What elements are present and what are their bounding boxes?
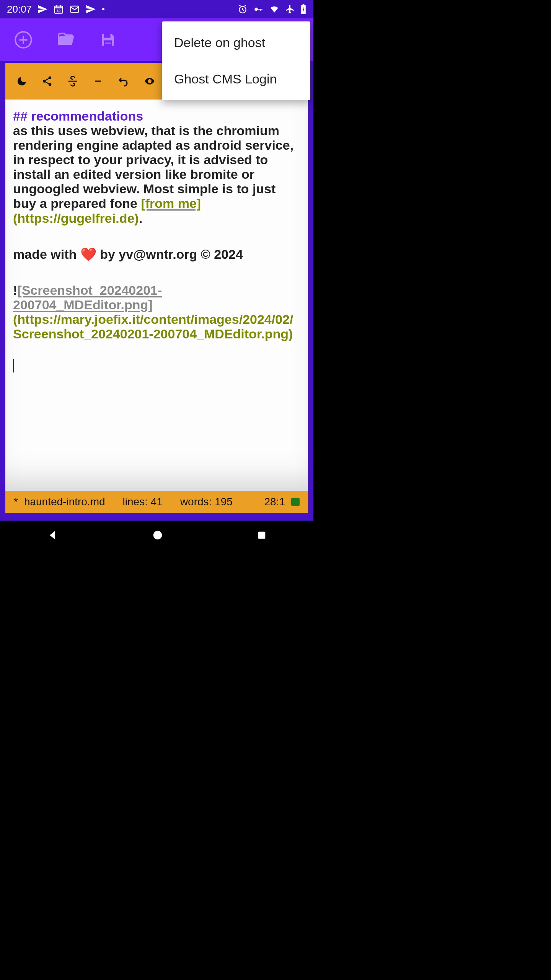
back-icon[interactable] bbox=[47, 529, 59, 543]
editor-container: ## recommendations as this uses webview,… bbox=[0, 61, 313, 521]
svg-rect-7 bbox=[303, 4, 305, 5]
vpn-key-icon bbox=[253, 4, 264, 14]
heading-text: ## recommendations bbox=[13, 109, 143, 123]
text-cursor bbox=[13, 359, 14, 372]
undo-icon[interactable] bbox=[117, 75, 129, 87]
send-icon-2 bbox=[85, 4, 96, 15]
svg-rect-9 bbox=[104, 34, 110, 38]
svg-point-14 bbox=[49, 77, 52, 80]
cursor-position: 28:1 bbox=[264, 496, 285, 508]
body-text-end: . bbox=[139, 211, 142, 225]
signature-text: made with ❤️ by yv@wntr.org © 2024 bbox=[13, 247, 243, 261]
menu-item-ghost-cms-login[interactable]: Ghost CMS Login bbox=[162, 61, 310, 97]
moon-icon[interactable] bbox=[16, 75, 28, 87]
airplane-icon bbox=[285, 4, 295, 14]
mail-icon bbox=[69, 4, 80, 15]
image-bang: ! bbox=[13, 283, 17, 297]
menu-item-label: Delete on ghost bbox=[174, 35, 265, 50]
status-indicator-icon bbox=[291, 498, 300, 506]
menu-item-delete-on-ghost[interactable]: Delete on ghost bbox=[162, 24, 310, 61]
link-label: [from me] bbox=[141, 196, 201, 211]
android-nav-bar bbox=[0, 521, 313, 551]
svg-point-3 bbox=[102, 8, 104, 10]
status-time: 20:07 bbox=[7, 3, 32, 15]
svg-rect-19 bbox=[258, 532, 265, 539]
filename-label: haunted-intro.md bbox=[24, 496, 105, 508]
overflow-menu: Delete on ghost Ghost CMS Login bbox=[162, 21, 310, 100]
link-url: (https://gugelfrei.de) bbox=[13, 211, 139, 225]
words-count: words: 195 bbox=[180, 496, 233, 508]
calendar-icon: 30 bbox=[53, 4, 64, 15]
svg-point-13 bbox=[43, 80, 46, 83]
alarm-icon bbox=[238, 4, 248, 14]
svg-rect-10 bbox=[104, 41, 112, 46]
add-icon[interactable] bbox=[14, 30, 33, 49]
dot-icon bbox=[101, 7, 105, 11]
android-status-bar: 20:07 30 bbox=[0, 0, 313, 18]
markdown-editor[interactable]: ## recommendations as this uses webview,… bbox=[5, 100, 308, 491]
home-icon[interactable] bbox=[152, 529, 163, 542]
folder-open-icon[interactable] bbox=[56, 30, 76, 49]
recents-icon[interactable] bbox=[256, 530, 267, 542]
svg-point-15 bbox=[49, 83, 52, 86]
svg-text:30: 30 bbox=[57, 9, 60, 13]
editor-status-bar: * haunted-intro.md lines: 41 words: 195 … bbox=[5, 491, 308, 513]
minus-icon[interactable] bbox=[93, 77, 103, 86]
image-url: (https://mary.joefix.it/content/images/2… bbox=[13, 312, 293, 341]
svg-point-5 bbox=[254, 8, 258, 11]
svg-point-17 bbox=[149, 80, 151, 82]
wifi-icon bbox=[269, 4, 280, 14]
app-toolbar: Delete on ghost Ghost CMS Login bbox=[0, 18, 313, 61]
lines-count: lines: 41 bbox=[123, 496, 163, 508]
save-icon[interactable] bbox=[99, 30, 117, 49]
eye-icon[interactable] bbox=[143, 75, 156, 87]
svg-point-18 bbox=[153, 531, 162, 540]
share-icon[interactable] bbox=[41, 75, 53, 87]
image-label: [Screenshot_20240201-200704_MDEditor.png… bbox=[13, 283, 162, 312]
send-icon bbox=[37, 4, 48, 15]
strikethrough-icon[interactable] bbox=[67, 75, 79, 87]
dirty-indicator: * bbox=[14, 496, 18, 508]
battery-icon bbox=[300, 4, 306, 15]
menu-item-label: Ghost CMS Login bbox=[174, 72, 277, 86]
